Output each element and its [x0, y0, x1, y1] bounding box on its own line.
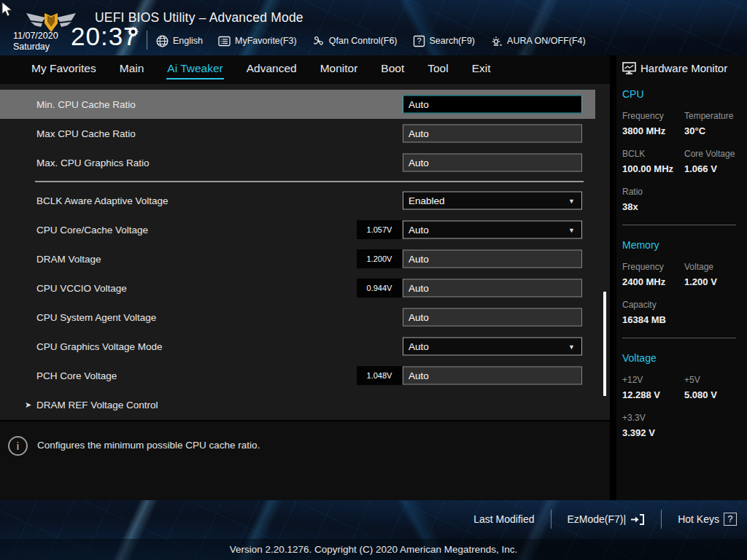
hwmon-section-memory: Memory [622, 239, 741, 251]
voltage-readout-chip: 1.048V [357, 366, 402, 385]
tab-boot[interactable]: Boot [380, 60, 405, 79]
setting-input[interactable]: Auto [403, 308, 582, 327]
help-infobar: i Configures the minimum possible CPU ca… [0, 420, 610, 500]
field-value: Auto [409, 254, 576, 265]
metric-value: 38x [622, 201, 684, 212]
metric-value: 30°C [684, 125, 741, 136]
toolbar-label: AURA ON/OFF(F4) [507, 36, 586, 46]
setting-dropdown[interactable]: Auto▼ [403, 338, 582, 356]
setting-label: DRAM Voltage [0, 254, 101, 265]
help-text: Configures the minimum possible CPU cach… [28, 436, 260, 451]
toolbar-qfan-control-f6[interactable]: Qfan Control(F6) [312, 35, 398, 47]
toolbar-english[interactable]: English [156, 35, 203, 47]
metric-voltage: Voltage1.200 V [684, 262, 741, 287]
toolbar-label: Qfan Control(F6) [329, 36, 398, 46]
setting-input[interactable]: Auto [403, 125, 582, 143]
caret-down-icon: ▼ [568, 343, 576, 350]
setting-label: Max. CPU Graphics Ratio [0, 158, 150, 168]
hwmon-separator [622, 225, 736, 225]
metric-label: +5V [684, 375, 741, 385]
version-bar: Version 2.20.1276. Copyright (C) 2020 Am… [0, 539, 747, 560]
setting-row-pch-core-voltage[interactable]: PCH Core Voltage1.048VAuto [0, 361, 595, 390]
metric-label: Capacity [622, 300, 684, 310]
scrollbar-thumb[interactable] [603, 292, 606, 396]
toolbar-myfavorite-f3[interactable]: MyFavorite(F3) [218, 35, 297, 47]
setting-input[interactable]: Auto [403, 250, 582, 268]
field-value: Auto [409, 99, 576, 110]
qfan-icon [312, 35, 325, 47]
setting-row-cpu-graphics-voltage-mode[interactable]: CPU Graphics Voltage ModeAuto▼ [0, 332, 595, 361]
metric-label: Temperature [684, 111, 741, 121]
tab-exit[interactable]: Exit [471, 60, 492, 79]
toolbar-search-f9[interactable]: ?Search(F9) [413, 35, 476, 47]
setting-label: CPU Core/Cache Voltage [0, 225, 148, 236]
svg-text:?: ? [417, 36, 421, 45]
setting-row-bclk-aware-adaptive-voltage[interactable]: BCLK Aware Adaptive VoltageEnabled▼ [0, 186, 595, 215]
ezmode-switch-icon [630, 513, 645, 526]
last-modified-button[interactable]: Last Modified [473, 513, 534, 525]
menu-tabs: My FavoritesMainAi TweakerAdvancedMonito… [0, 55, 610, 84]
hwmon-separator [622, 338, 736, 338]
setting-dropdown[interactable]: Enabled▼ [403, 192, 582, 210]
setting-row-dram-voltage[interactable]: DRAM Voltage1.200VAuto [0, 244, 595, 273]
setting-row-min-cpu-cache-ratio[interactable]: Min. CPU Cache RatioAuto [0, 90, 595, 119]
tab-monitor[interactable]: Monitor [320, 60, 359, 79]
setting-dropdown[interactable]: Auto▼ [403, 221, 582, 239]
setting-label: Min. CPU Cache Ratio [0, 99, 136, 110]
tab-tool[interactable]: Tool [427, 60, 449, 79]
metric-group: Ratio38x [622, 187, 741, 212]
metric-frequency: Frequency2400 MHz [622, 262, 684, 287]
info-icon: i [8, 436, 28, 456]
metric-label: Frequency [622, 262, 684, 272]
setting-input[interactable]: Auto [403, 279, 582, 298]
caret-down-icon: ▼ [568, 197, 576, 204]
field-value: Auto [409, 128, 576, 139]
metric-value: 3800 MHz [622, 125, 684, 136]
setting-label: Max CPU Cache Ratio [0, 128, 136, 139]
field-value: Auto [409, 341, 568, 352]
metric-ratio: Ratio38x [622, 187, 684, 212]
toolbar-label: Search(F9) [430, 36, 476, 46]
footer: Last Modified EzMode(F7)| Hot Keys ? [0, 500, 747, 560]
clock-settings-gear-icon[interactable] [128, 26, 139, 37]
hwmon-section-voltage: Voltage [622, 352, 741, 364]
metric-label: Ratio [622, 187, 684, 197]
setting-input[interactable]: Auto [403, 367, 582, 385]
metric-group: Frequency3800 MHzTemperature30°C [622, 111, 741, 136]
tab-ai-tweaker[interactable]: Ai Tweaker [166, 60, 223, 79]
setting-input[interactable]: Auto [403, 96, 582, 114]
setting-label: CPU System Agent Voltage [0, 312, 156, 323]
metric-3-3v: +3.3V3.392 V [622, 413, 684, 438]
tab-my-favorites[interactable]: My Favorites [31, 60, 97, 79]
setting-input[interactable]: Auto [403, 154, 582, 172]
field-value: Auto [409, 283, 576, 294]
setting-row-cpu-system-agent-voltage[interactable]: CPU System Agent VoltageAuto [0, 303, 595, 332]
ezmode-button[interactable]: EzMode(F7)| [568, 513, 646, 526]
toolbar-aura-on-off-f4[interactable]: AURA ON/OFF(F4) [490, 35, 586, 47]
setting-label: PCH Core Voltage [0, 370, 117, 381]
setting-row-max-cpu-graphics-ratio[interactable]: Max. CPU Graphics RatioAuto [0, 148, 595, 177]
version-text: Version 2.20.1276. Copyright (C) 2020 Am… [230, 544, 518, 555]
setting-label: BCLK Aware Adaptive Voltage [0, 195, 169, 206]
setting-label: DRAM REF Voltage Control [0, 400, 158, 411]
metric-value: 1.200 V [684, 276, 741, 287]
header-toolbar: EnglishMyFavorite(F3)Qfan Control(F6)?Se… [156, 29, 586, 52]
setting-row-max-cpu-cache-ratio[interactable]: Max CPU Cache RatioAuto [0, 119, 595, 148]
metric-group: Capacity16384 MB [622, 300, 741, 325]
setting-label: CPU VCCIO Voltage [0, 283, 127, 294]
metric-label: Frequency [622, 111, 684, 121]
day-text: Saturday [13, 42, 58, 52]
setting-row-cpu-core-cache-voltage[interactable]: CPU Core/Cache Voltage1.057VAuto▼ [0, 215, 595, 244]
setting-row-dram-ref-voltage-control[interactable]: ➤DRAM REF Voltage Control [0, 390, 595, 419]
metric-bclk: BCLK100.00 MHz [622, 149, 684, 174]
metric-frequency: Frequency3800 MHz [622, 111, 684, 136]
tab-advanced[interactable]: Advanced [246, 60, 298, 79]
date-block: 11/07/2020 Saturday [13, 31, 58, 52]
aura-icon [490, 35, 503, 47]
footer-actions: Last Modified EzMode(F7)| Hot Keys ? [473, 500, 737, 538]
hwmon-section-cpu: CPU [622, 88, 741, 100]
tab-main[interactable]: Main [119, 60, 145, 79]
setting-row-cpu-vccio-voltage[interactable]: CPU VCCIO Voltage0.944VAuto [0, 273, 595, 303]
metric-core-voltage: Core Voltage1.066 V [684, 149, 741, 174]
hot-keys-button[interactable]: Hot Keys ? [678, 513, 737, 526]
